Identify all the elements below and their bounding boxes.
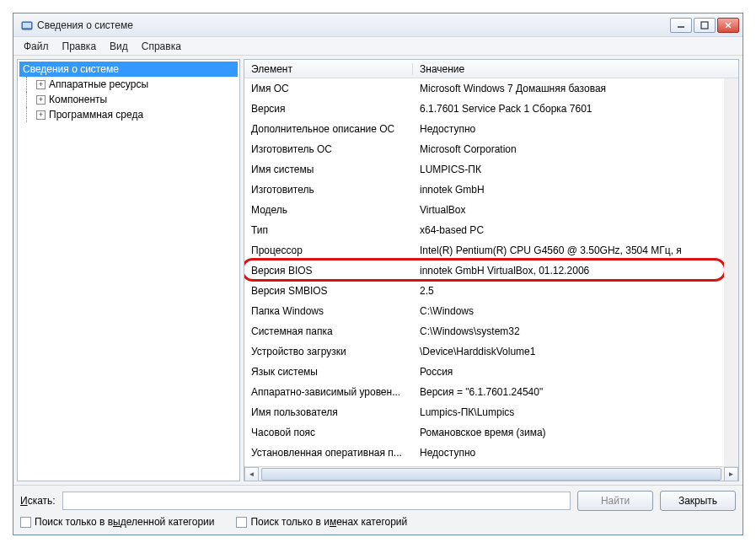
scroll-thumb[interactable] (261, 468, 721, 481)
checkbox-icon[interactable] (236, 517, 247, 528)
column-header: Элемент Значение (244, 60, 738, 78)
tree-node-components[interactable]: + Компоненты (19, 92, 238, 107)
table-row[interactable]: МодельVirtualBox (244, 200, 738, 220)
detail-list[interactable]: Имя ОСMicrosoft Windows 7 Домашняя базов… (244, 78, 738, 466)
search-panel: Искать: Найти Закрыть Поиск только в выд… (13, 485, 743, 535)
cell-element: Тип (244, 224, 413, 236)
cell-value: Lumpics-ПК\Lumpics (413, 406, 738, 418)
titlebar: Сведения о системе (13, 13, 743, 37)
cell-element: Папка Windows (244, 305, 413, 317)
cell-value: 6.1.7601 Service Pack 1 Сборка 7601 (413, 103, 738, 115)
table-row[interactable]: Изготовительinnotek GmbH (244, 180, 738, 200)
tree-node-hardware[interactable]: + Аппаратные ресурсы (19, 77, 238, 92)
cell-value: innotek GmbH VirtualBox, 01.12.2006 (413, 265, 738, 277)
cell-element: Имя пользователя (244, 406, 413, 418)
cell-value: Россия (413, 366, 738, 378)
search-input[interactable] (62, 492, 571, 510)
cell-element: Язык системы (244, 366, 413, 378)
table-row[interactable]: Аппаратно-зависимый уровен...Версия = "6… (244, 382, 738, 402)
table-row[interactable]: Системная папкаC:\Windows\system32 (244, 321, 738, 341)
table-row[interactable]: Язык системыРоссия (244, 362, 738, 382)
window-title: Сведения о системе (37, 19, 670, 31)
tree-label: Аппаратные ресурсы (49, 78, 148, 90)
table-row[interactable]: Папка WindowsC:\Windows (244, 301, 738, 321)
cell-value: 2.5 (413, 285, 738, 297)
cell-element: Часовой пояс (244, 427, 413, 438)
cell-element: Системная папка (244, 325, 413, 337)
table-row[interactable]: Имя ОСMicrosoft Windows 7 Домашняя базов… (244, 78, 738, 99)
expand-icon[interactable]: + (36, 95, 46, 105)
table-row[interactable]: Дополнительное описание ОСНедоступно (244, 119, 738, 139)
svg-rect-1 (23, 23, 31, 28)
menubar: Файл Правка Вид Справка (13, 37, 743, 56)
cell-element: Дополнительное описание ОС (244, 123, 413, 135)
column-value[interactable]: Значение (413, 63, 738, 75)
maximize-button[interactable] (694, 18, 716, 33)
horizontal-scrollbar[interactable]: ◄ ► (244, 466, 738, 481)
scroll-left-icon[interactable]: ◄ (244, 467, 259, 481)
cell-value: C:\Windows (413, 305, 738, 317)
cell-value: innotek GmbH (413, 184, 738, 196)
cell-value: x64-based PC (413, 224, 738, 236)
tree-node-software[interactable]: + Программная среда (19, 107, 238, 122)
cell-value: Романовское время (зима) (413, 427, 738, 438)
tree-label: Компоненты (49, 94, 107, 105)
cell-element: Изготовитель (244, 184, 413, 196)
menu-edit[interactable]: Правка (56, 39, 104, 54)
tree-node-system-summary[interactable]: Сведения о системе (19, 62, 238, 77)
cell-value: Microsoft Windows 7 Домашняя базовая (413, 83, 738, 94)
close-search-button[interactable]: Закрыть (660, 491, 736, 511)
cell-value: \Device\HarddiskVolume1 (413, 346, 738, 357)
detail-pane: Элемент Значение Имя ОСMicrosoft Windows… (244, 59, 739, 481)
checkbox-selected-category[interactable]: Поиск только в выделенной категории (20, 516, 214, 528)
vertical-scrollbar[interactable] (724, 78, 738, 466)
cell-value: Microsoft Corporation (413, 143, 738, 155)
expand-icon[interactable]: + (36, 110, 46, 120)
minimize-button[interactable] (670, 18, 692, 33)
cell-value: Недоступно (413, 447, 738, 459)
table-row[interactable]: Версия6.1.7601 Service Pack 1 Сборка 760… (244, 99, 738, 119)
tree-label: Программная среда (49, 109, 143, 121)
expand-icon[interactable]: + (36, 80, 46, 89)
table-row[interactable]: Версия SMBIOS2.5 (244, 281, 738, 301)
cell-element: Имя системы (244, 164, 413, 175)
table-row[interactable]: Часовой поясРомановское время (зима) (244, 422, 738, 443)
close-button[interactable] (717, 18, 739, 33)
cell-value: LUMPICS-ПК (413, 164, 738, 175)
cell-element: Аппаратно-зависимый уровен... (244, 386, 413, 398)
category-tree[interactable]: Сведения о системе + Аппаратные ресурсы … (17, 59, 240, 481)
cell-element: Устройство загрузки (244, 346, 413, 357)
table-row[interactable]: ПроцессорIntel(R) Pentium(R) CPU G4560 @… (244, 240, 738, 261)
cell-value: Недоступно (413, 123, 738, 135)
cell-element: Имя ОС (244, 83, 413, 94)
menu-view[interactable]: Вид (103, 39, 135, 54)
column-element[interactable]: Элемент (244, 63, 413, 75)
checkbox-icon[interactable] (20, 517, 31, 528)
table-row[interactable]: Установленная оперативная п...Недоступно (244, 443, 738, 463)
cell-element: Процессор (244, 244, 413, 256)
table-row[interactable]: Изготовитель ОСMicrosoft Corporation (244, 139, 738, 159)
table-row[interactable]: Имя системыLUMPICS-ПК (244, 159, 738, 180)
menu-help[interactable]: Справка (135, 39, 188, 54)
table-row[interactable]: Устройство загрузки\Device\HarddiskVolum… (244, 341, 738, 362)
menu-file[interactable]: Файл (17, 39, 56, 54)
table-row[interactable]: Версия BIOSinnotek GmbH VirtualBox, 01.1… (244, 261, 738, 281)
cell-value: VirtualBox (413, 204, 738, 216)
tree-label: Сведения о системе (23, 63, 119, 75)
cell-element: Изготовитель ОС (244, 143, 413, 155)
system-info-window: Сведения о системе Файл Правка Вид Справ… (13, 13, 743, 535)
table-row[interactable]: Типx64-based PC (244, 220, 738, 240)
content-area: Сведения о системе + Аппаратные ресурсы … (13, 56, 743, 485)
checkbox-category-names[interactable]: Поиск только в именах категорий (236, 516, 407, 528)
search-label: Искать: (20, 495, 56, 507)
svg-rect-3 (701, 22, 708, 29)
scroll-right-icon[interactable]: ► (724, 467, 738, 481)
cell-element: Версия (244, 103, 413, 115)
cell-value: Intel(R) Pentium(R) CPU G4560 @ 3.50GHz,… (413, 244, 738, 256)
cell-value: C:\Windows\system32 (413, 325, 738, 337)
find-button[interactable]: Найти (577, 491, 653, 511)
cell-element: Модель (244, 204, 413, 216)
table-row[interactable]: Имя пользователяLumpics-ПК\Lumpics (244, 402, 738, 422)
cell-element: Версия SMBIOS (244, 285, 413, 297)
cell-value: Версия = "6.1.7601.24540" (413, 386, 738, 398)
